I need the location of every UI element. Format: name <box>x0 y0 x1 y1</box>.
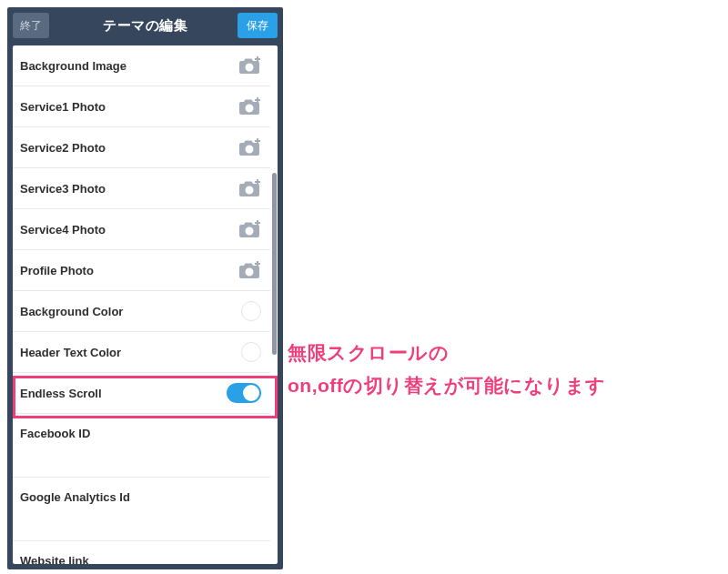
theme-edit-panel: 終了 テーマの編集 保存 Background Image Service1 P… <box>7 7 283 569</box>
row-service1-photo[interactable]: Service1 Photo <box>13 86 270 127</box>
color-swatch[interactable] <box>241 342 261 362</box>
camera-add-icon[interactable] <box>238 137 261 157</box>
row-label: Google Analytics Id <box>20 490 130 504</box>
row-website-link[interactable]: Website link <box>13 541 270 564</box>
row-facebook-id[interactable]: Facebook ID <box>13 414 270 478</box>
row-service4-photo[interactable]: Service4 Photo <box>13 209 270 250</box>
row-profile-photo[interactable]: Profile Photo <box>13 250 270 291</box>
panel-title: テーマの編集 <box>103 17 187 35</box>
row-background-image[interactable]: Background Image <box>13 45 270 86</box>
annotation-line2: on,offの切り替えが可能になります <box>288 369 715 402</box>
exit-button[interactable]: 終了 <box>13 13 49 38</box>
row-label: Service4 Photo <box>20 223 106 237</box>
row-label: Background Image <box>20 59 126 73</box>
camera-add-icon[interactable] <box>238 96 261 116</box>
row-label: Profile Photo <box>20 264 94 277</box>
row-label: Header Text Color <box>20 346 121 359</box>
save-button-label: 保存 <box>247 18 268 34</box>
row-background-color[interactable]: Background Color <box>13 291 270 332</box>
row-label: Service2 Photo <box>20 141 106 155</box>
row-label: Service3 Photo <box>20 182 106 196</box>
row-label: Endless Scroll <box>20 387 102 400</box>
toggle-switch[interactable] <box>227 383 261 403</box>
row-label: Service1 Photo <box>20 100 106 114</box>
annotation-text: 無限スクロールの on,offの切り替えが可能になります <box>288 337 715 401</box>
exit-button-label: 終了 <box>20 18 42 34</box>
row-label: Facebook ID <box>20 427 90 440</box>
scrollbar[interactable] <box>272 173 277 355</box>
camera-add-icon[interactable] <box>238 219 261 239</box>
row-endless-scroll[interactable]: Endless Scroll <box>13 373 270 414</box>
camera-add-icon[interactable] <box>238 260 261 280</box>
panel-header: 終了 テーマの編集 保存 <box>7 7 283 44</box>
row-google-analytics-id[interactable]: Google Analytics Id <box>13 478 270 541</box>
row-service3-photo[interactable]: Service3 Photo <box>13 168 270 209</box>
settings-list: Background Image Service1 Photo Service2… <box>13 45 270 564</box>
camera-add-icon[interactable] <box>238 55 261 76</box>
row-label: Website link <box>20 554 89 564</box>
row-service2-photo[interactable]: Service2 Photo <box>13 127 270 168</box>
save-button[interactable]: 保存 <box>238 13 278 38</box>
annotation-line1: 無限スクロールの <box>288 337 715 369</box>
row-header-text-color[interactable]: Header Text Color <box>13 332 270 373</box>
panel-body: Background Image Service1 Photo Service2… <box>13 45 278 564</box>
camera-add-icon[interactable] <box>238 178 261 198</box>
row-label: Background Color <box>20 305 123 318</box>
color-swatch[interactable] <box>241 301 261 321</box>
